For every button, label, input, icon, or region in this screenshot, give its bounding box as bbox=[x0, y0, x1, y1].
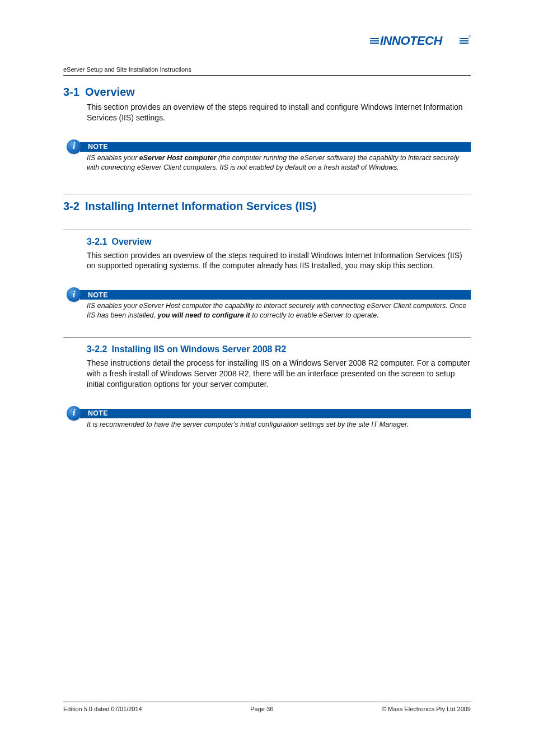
heading-number: 3-1 bbox=[63, 86, 79, 99]
section-3-1-body: This section provides an overview of the… bbox=[87, 102, 471, 123]
heading-text: Overview bbox=[111, 237, 151, 247]
note-body: IIS enables your eServer Host computer (… bbox=[87, 153, 471, 172]
note-bar: NOTE bbox=[80, 142, 471, 152]
heading-3-2-2: 3-2.2 Installing IIS on Windows Server 2… bbox=[87, 344, 471, 354]
info-icon-glyph: i bbox=[73, 141, 76, 151]
note-label: NOTE bbox=[80, 291, 108, 299]
info-icon: i bbox=[67, 287, 81, 302]
section-3-2-1-body: This section provides an overview of the… bbox=[87, 250, 471, 272]
note-body: IIS enables your eServer Host computer t… bbox=[87, 301, 471, 320]
info-icon: i bbox=[67, 406, 81, 421]
heading-3-2-1: 3-2.1 Overview bbox=[87, 237, 471, 247]
heading-number: 3-2 bbox=[63, 200, 79, 213]
svg-rect-6 bbox=[460, 43, 469, 44]
svg-rect-5 bbox=[460, 40, 469, 41]
heading-number: 3-2.2 bbox=[87, 344, 107, 354]
svg-text:®: ® bbox=[469, 35, 471, 38]
heading-text: Overview bbox=[85, 86, 135, 99]
svg-rect-2 bbox=[370, 43, 379, 44]
note-text-bold: eServer Host computer bbox=[139, 154, 217, 162]
svg-rect-4 bbox=[460, 38, 469, 39]
heading-number: 3-2.1 bbox=[87, 237, 107, 247]
note-text-post: to correctly to enable eServer to operat… bbox=[250, 311, 379, 319]
footer-edition: Edition 5.0 dated 07/01/2014 bbox=[63, 706, 142, 712]
svg-rect-1 bbox=[370, 40, 379, 41]
note-block: NOTE i It is recommended to have the ser… bbox=[63, 409, 471, 430]
note-text-bold: you will need to configure it bbox=[157, 311, 250, 319]
section-3-2-2-body: These instructions detail the process fo… bbox=[87, 358, 471, 390]
note-text-pre: IIS enables your bbox=[87, 154, 139, 162]
heading-3-1: 3-1 Overview bbox=[63, 86, 471, 99]
info-icon-glyph: i bbox=[73, 290, 76, 299]
note-body: It is recommended to have the server com… bbox=[87, 420, 471, 430]
footer-page-number: Page 36 bbox=[250, 706, 273, 712]
heading-text: Installing Internet Information Services… bbox=[85, 200, 316, 213]
info-icon-glyph: i bbox=[73, 408, 76, 417]
heading-3-2: 3-2 Installing Internet Information Serv… bbox=[63, 200, 471, 213]
svg-text:INNOTECH: INNOTECH bbox=[380, 34, 443, 48]
note-bar: NOTE bbox=[80, 409, 471, 418]
footer-copyright: © Mass Electronics Pty Ltd 2009 bbox=[382, 706, 471, 712]
note-label: NOTE bbox=[80, 409, 108, 417]
svg-rect-0 bbox=[370, 38, 379, 39]
note-label: NOTE bbox=[80, 143, 108, 151]
heading-text: Installing IIS on Windows Server 2008 R2 bbox=[111, 344, 286, 354]
info-icon: i bbox=[67, 139, 81, 154]
document-header-title: eServer Setup and Site Installation Inst… bbox=[63, 66, 471, 76]
note-block: NOTE i IIS enables your eServer Host com… bbox=[63, 290, 471, 320]
page-footer: Edition 5.0 dated 07/01/2014 Page 36 © M… bbox=[63, 702, 471, 712]
brand-logo: INNOTECH ® bbox=[370, 32, 471, 48]
note-bar: NOTE bbox=[80, 290, 471, 300]
note-block: NOTE i IIS enables your eServer Host com… bbox=[63, 142, 471, 172]
